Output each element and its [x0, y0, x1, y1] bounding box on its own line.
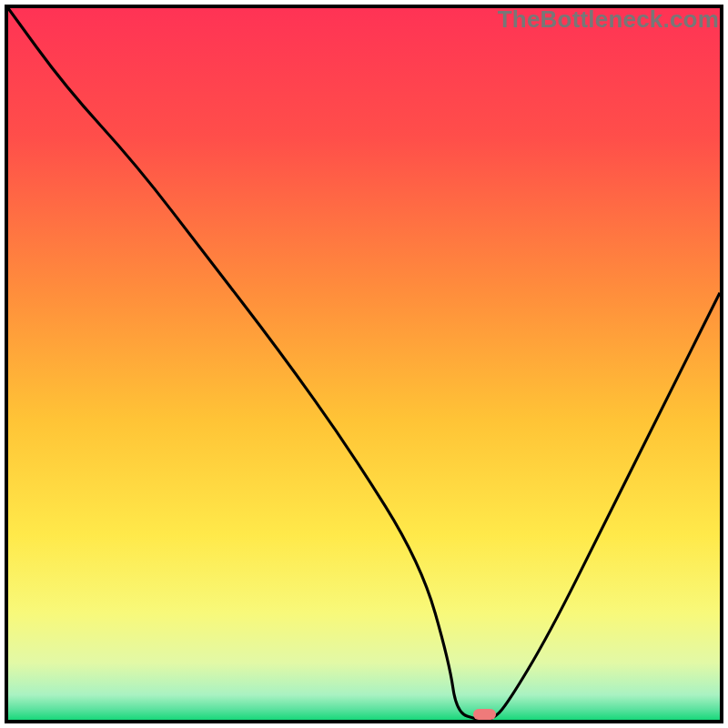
curve-layer — [8, 8, 720, 720]
sweet-spot-marker — [473, 709, 496, 721]
bottleneck-chart: TheBottleneck.com — [0, 0, 728, 728]
watermark-text: TheBottleneck.com — [498, 5, 719, 34]
bottleneck-curve — [8, 8, 720, 720]
plot-area — [5, 5, 723, 723]
